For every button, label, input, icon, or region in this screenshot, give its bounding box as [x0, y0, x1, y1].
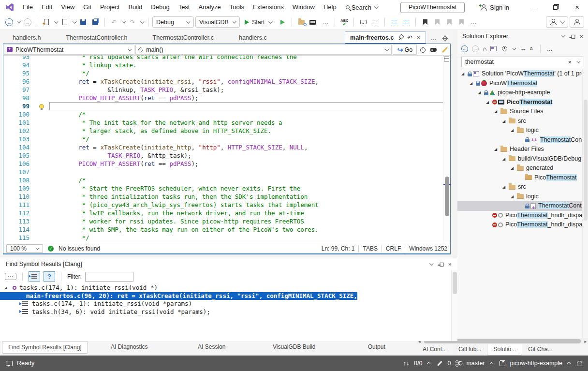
line-number[interactable]: 114: [3, 225, 33, 234]
home-button[interactable]: ⌂: [483, 45, 486, 53]
tree-item[interactable]: ThermostatControll: [457, 201, 588, 211]
pending-changes-filter-icon[interactable]: [502, 46, 507, 51]
tree-item[interactable]: ◢Solution 'PicoWThermostat' (1 of 1 proj…: [457, 69, 588, 79]
code-text[interactable]: * rssi updates starts after the WiFi con…: [49, 56, 450, 61]
tab-handlers.c[interactable]: handlers.c: [226, 31, 279, 44]
code-text[interactable]: /*: [49, 110, 450, 119]
clear-bookmarks-button[interactable]: [456, 16, 467, 28]
output-window-icon[interactable]: ···: [5, 273, 16, 280]
pin-icon[interactable]: [398, 35, 403, 40]
menu-item-build[interactable]: Build: [124, 0, 147, 15]
code-viewport[interactable]: 93 * rssi updates starts after the WiFi …: [3, 56, 450, 243]
line-number[interactable]: 107: [3, 168, 33, 176]
tab-ThermostatController.h[interactable]: ThermostatController.h: [53, 31, 140, 44]
sync-with-active-document-button[interactable]: ↔: [520, 45, 526, 52]
filter-input[interactable]: [85, 272, 133, 282]
panel-tab-VisualGDB Build[interactable]: VisualGDB Build: [253, 341, 336, 353]
indent-mode[interactable]: TABS: [363, 245, 377, 252]
line-number[interactable]: 106: [3, 160, 33, 168]
pending-edits-count[interactable]: 0: [447, 360, 451, 367]
result-row[interactable]: tasks.h(34, 6): void initiate_rssi(void …: [0, 308, 457, 316]
member-dropdown[interactable]: main(): [135, 45, 392, 55]
tree-item[interactable]: ◢build/VisualGDB/Debug: [457, 154, 588, 164]
tree-item[interactable]: ◢picow-http-example: [457, 88, 588, 98]
expand-arrow[interactable]: ◢: [461, 69, 468, 79]
expand-arrow[interactable]: ◢: [511, 163, 517, 173]
find-in-files-button[interactable]: [296, 16, 307, 28]
redo-button[interactable]: ↷: [127, 16, 138, 28]
start-debugging-button[interactable]: Start: [241, 16, 276, 28]
open-dropdown[interactable]: [73, 19, 76, 23]
undo-button[interactable]: ↶: [109, 16, 119, 28]
menu-item-window[interactable]: Window: [288, 0, 319, 15]
notifications-bell-icon[interactable]: [577, 361, 582, 366]
line-number[interactable]: 101: [3, 119, 33, 127]
code-text[interactable]: * Start the FreeRTOS scheduler, which ne…: [49, 184, 450, 193]
goto-definition-toggle[interactable]: [29, 271, 40, 282]
forward-button[interactable]: →: [472, 45, 479, 52]
tree-item[interactable]: ThermostatControll: [457, 135, 588, 145]
scrollbar-thumb[interactable]: [453, 272, 457, 294]
line-number[interactable]: 94: [3, 61, 33, 69]
close-button[interactable]: ×: [566, 0, 588, 15]
code-text[interactable]: */: [49, 135, 450, 143]
code-text[interactable]: * with SMP, the tasks may run on either …: [49, 225, 450, 234]
code-text[interactable]: [49, 102, 450, 110]
toggle-bookmark-button[interactable]: [420, 16, 430, 28]
panel-tab-AI Diagnostics[interactable]: AI Diagnostics: [88, 341, 171, 353]
window-title[interactable]: PicoWThermostat: [400, 2, 465, 13]
close-icon[interactable]: ×: [448, 261, 452, 268]
expand-arrow[interactable]: ◢: [5, 284, 12, 292]
toolbar-overflow-button[interactable]: …: [547, 45, 553, 52]
tool-tab-Solutio...[interactable]: Solutio...: [487, 344, 522, 356]
new-dropdown[interactable]: [54, 19, 58, 23]
line-number[interactable]: 99: [3, 102, 33, 110]
panel-tab-AI Session[interactable]: AI Session: [171, 341, 253, 353]
line-number[interactable]: 95: [3, 69, 33, 77]
comment-button[interactable]: [358, 16, 368, 28]
undo-tab-icon[interactable]: ↶: [407, 34, 412, 41]
expand-arrow[interactable]: ◢: [478, 88, 484, 98]
attach-to-process-button[interactable]: [308, 16, 319, 28]
tree-item[interactable]: ◢PicoThermostat: [457, 98, 588, 107]
line-number[interactable]: 105: [3, 151, 33, 160]
expand-arrow[interactable]: ◢: [470, 79, 476, 89]
code-text[interactable]: /*: [49, 176, 450, 184]
menu-item-help[interactable]: Help: [319, 0, 341, 15]
tab-settings-icon[interactable]: [443, 36, 447, 41]
line-number[interactable]: 102: [3, 127, 33, 135]
expand-arrow[interactable]: ◢: [502, 117, 509, 126]
chevron-up-icon[interactable]: [489, 362, 493, 366]
menu-item-tools[interactable]: Tools: [225, 0, 249, 15]
line-number[interactable]: 97: [3, 86, 33, 94]
tree-item[interactable]: ◢logic: [457, 192, 588, 202]
save-all-button[interactable]: [90, 16, 101, 28]
menu-item-test[interactable]: Test: [174, 0, 194, 15]
code-text[interactable]: ret = xTaskCreate(initiate_rssi, "rssi",…: [49, 77, 450, 86]
expand-arrow[interactable]: ◢: [502, 154, 509, 164]
code-text[interactable]: */: [49, 234, 450, 242]
line-number[interactable]: 109: [3, 184, 33, 193]
project-dropdown[interactable]: PicoWThermostat: [4, 45, 134, 55]
scroll-right-icon[interactable]: ▸: [583, 339, 588, 344]
undo-dropdown[interactable]: [122, 19, 126, 23]
line-number[interactable]: 98: [3, 94, 33, 102]
result-row[interactable]: tasks.c(174, 1): initiate_rssi(void *par…: [0, 300, 457, 308]
menu-item-view[interactable]: View: [57, 0, 79, 15]
edit-button[interactable]: [439, 44, 450, 56]
code-text[interactable]: [49, 168, 450, 176]
previous-bookmark-button[interactable]: [432, 16, 442, 28]
tree-item[interactable]: ◢Source Files: [457, 107, 588, 117]
tool-tab-GitHub...[interactable]: GitHub...: [453, 344, 487, 356]
result-row[interactable]: ◢tasks.c(174, 1): initiate_rssi(void *): [0, 284, 457, 292]
save-button[interactable]: [78, 16, 88, 28]
code-text[interactable]: PICOW_HTTP_ASSERT(ret == pdPASS);: [49, 160, 450, 168]
next-bookmark-button[interactable]: [444, 16, 455, 28]
tree-item[interactable]: PicoThermostat_hndlr_dispatch_c: [457, 220, 588, 230]
restore-button[interactable]: [544, 0, 566, 15]
menu-item-edit[interactable]: Edit: [37, 0, 57, 15]
scrollbar-thumb[interactable]: [584, 100, 588, 221]
code-text[interactable]: * three intialization tasks run, then th…: [49, 193, 450, 201]
menu-item-project[interactable]: Project: [96, 0, 124, 15]
tree-item[interactable]: ◢PicoWThermostat: [457, 79, 588, 89]
